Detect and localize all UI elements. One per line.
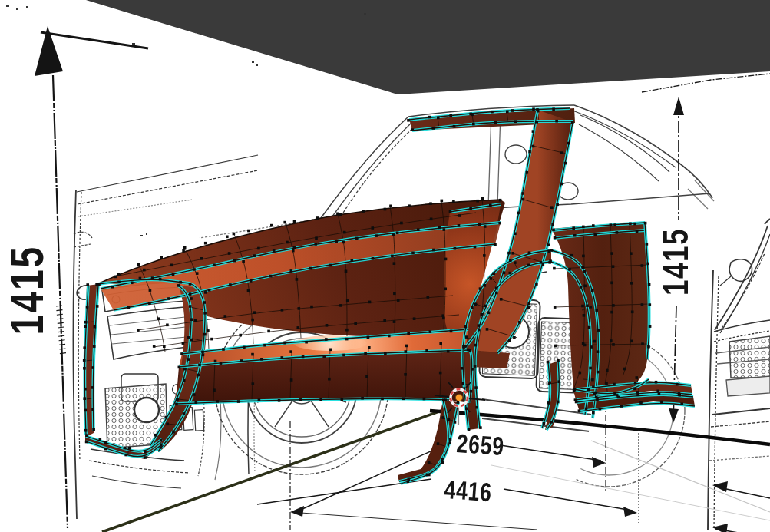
object-origin-icon bbox=[455, 394, 462, 401]
viewport-3d[interactable]: 2659 4416 1415 1415 bbox=[0, 0, 770, 532]
arrowhead-right-icon bbox=[592, 457, 606, 468]
arrowhead-left-icon bbox=[290, 506, 304, 517]
left-wall-blueprint bbox=[73, 155, 258, 519]
viewport-canvas[interactable]: 2659 4416 1415 1415 bbox=[0, 0, 770, 532]
arrowhead-right-icon bbox=[623, 507, 637, 517]
height-left-label: 1415 bbox=[0, 246, 53, 335]
floor-dim-lower-label: 4416 bbox=[444, 474, 494, 507]
arrowhead-up-icon bbox=[35, 26, 63, 76]
height-right-label: 1415 bbox=[656, 228, 696, 296]
floor-dim-upper-label: 2659 bbox=[456, 428, 506, 461]
ceiling-plane bbox=[86, 0, 770, 94]
right-wall-blueprint bbox=[708, 219, 770, 530]
offscreen-dimensions bbox=[712, 481, 770, 532]
arrowhead-down-icon bbox=[669, 408, 679, 423]
